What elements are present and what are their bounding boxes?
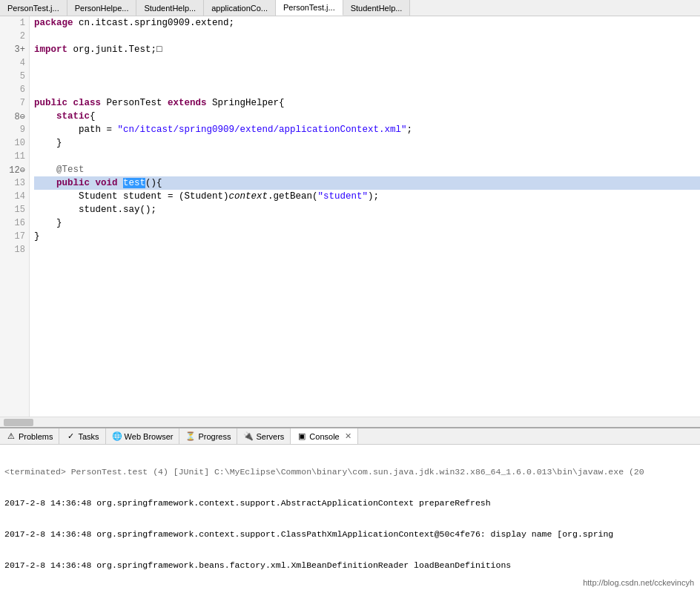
problems-icon: ⚠ <box>6 431 16 442</box>
code-line-15: student.say(); <box>34 203 700 216</box>
line-num-15: 15 <box>0 203 29 216</box>
tab-studenthelper-2[interactable]: StudentHelp... <box>343 0 411 16</box>
tab-web-browser[interactable]: 🌐 Web Browser <box>106 428 180 444</box>
code-line-2 <box>34 30 700 43</box>
tab-label: PersonTest.j... <box>7 4 59 13</box>
code-line-16: } <box>34 216 700 230</box>
tab-persontest-2[interactable]: PersonTest.j... <box>276 0 343 16</box>
code-line-3: import org.junit.Test;□ <box>34 43 700 56</box>
line-num-18: 18 <box>0 243 29 256</box>
line-num-7: 7 <box>0 96 29 110</box>
line-num-16: 16 <box>0 216 29 230</box>
code-line-9: path = "cn/itcast/spring0909/extend/appl… <box>34 123 700 136</box>
bottom-panel: ⚠ Problems ✓ Tasks 🌐 Web Browser ⏳ Progr… <box>0 427 700 590</box>
tab-label: StudentHelp... <box>351 4 403 13</box>
line-num-17: 17 <box>0 230 29 243</box>
tab-applicationcontext[interactable]: applicationCo... <box>204 0 276 16</box>
line-num-5: 5 <box>0 70 29 83</box>
line-num-3: 3+ <box>0 43 29 56</box>
console-icon: ▣ <box>297 431 307 442</box>
code-line-7: public class PersonTest extends SpringHe… <box>34 96 700 110</box>
line-num-10: 10 <box>0 136 29 150</box>
code-line-10: } <box>34 136 700 150</box>
line-num-1: 1 <box>0 16 29 30</box>
line-num-12: 12⊖ <box>0 163 29 176</box>
code-line-12: @Test <box>34 163 700 176</box>
code-line-11 <box>34 150 700 163</box>
console-terminated-line: <terminated> PersonTest.test (4) [JUnit]… <box>4 465 696 477</box>
line-num-4: 4 <box>0 56 29 70</box>
browser-icon: 🌐 <box>112 431 122 442</box>
code-line-17: } <box>34 230 700 243</box>
tab-label: PersonTest.j... <box>283 3 335 12</box>
code-line-13: public void test(){ <box>34 176 700 190</box>
tab-console-label: Console <box>309 432 339 441</box>
tab-progress-label: Progress <box>198 432 231 441</box>
tab-label: StudentHelp... <box>144 4 196 13</box>
line-numbers: 1 2 3+ 4 5 6 7 8⊖ 9 10 11 12⊖ 13 14 15 1… <box>0 16 30 417</box>
line-num-9: 9 <box>0 123 29 136</box>
console-wrapper: <terminated> PersonTest.test (4) [JUnit]… <box>0 445 700 590</box>
line-num-14: 14 <box>0 190 29 203</box>
tab-personhelper[interactable]: PersonHelpe... <box>67 0 137 16</box>
tasks-icon: ✓ <box>65 431 76 442</box>
tab-label: PersonHelpe... <box>75 4 129 13</box>
code-line-5 <box>34 70 700 83</box>
tab-servers[interactable]: 🔌 Servers <box>237 428 291 444</box>
progress-icon: ⏳ <box>185 431 196 442</box>
terminated-label: <terminated> PersonTest.test (4) [JUnit]… <box>4 467 644 477</box>
scrollbar-thumb[interactable] <box>4 419 33 426</box>
code-line-6 <box>34 83 700 96</box>
console-output[interactable]: <terminated> PersonTest.test (4) [JUnit]… <box>0 445 700 590</box>
horizontal-scrollbar[interactable] <box>0 417 700 427</box>
line-num-13: 13 <box>0 176 29 190</box>
tab-problems-label: Problems <box>19 432 53 441</box>
code-line-8: static{ <box>34 110 700 123</box>
tab-persontest-1[interactable]: PersonTest.j... <box>0 0 67 16</box>
tab-browser-label: Web Browser <box>125 432 174 441</box>
console-line-3: 2017-2-8 14:36:48 org.springframework.be… <box>4 559 696 571</box>
line-num-6: 6 <box>0 83 29 96</box>
tab-label: applicationCo... <box>211 4 268 13</box>
tab-progress[interactable]: ⏳ Progress <box>179 428 237 444</box>
tab-console[interactable]: ▣ Console ✕ <box>291 428 357 444</box>
code-line-1: package cn.itcast.spring0909.extend; <box>34 16 700 30</box>
keyword-package: package <box>34 18 79 28</box>
tab-tasks[interactable]: ✓ Tasks <box>59 428 105 444</box>
code-line-4 <box>34 56 700 70</box>
line-num-8: 8⊖ <box>0 110 29 123</box>
tab-servers-label: Servers <box>256 432 284 441</box>
tab-studenthelper[interactable]: StudentHelp... <box>136 0 204 16</box>
line-num-11: 11 <box>0 150 29 163</box>
servers-icon: 🔌 <box>243 431 254 442</box>
console-line-2: 2017-2-8 14:36:48 org.springframework.co… <box>4 528 696 540</box>
code-line-18 <box>34 243 700 256</box>
console-line-1: 2017-2-8 14:36:48 org.springframework.co… <box>4 497 696 508</box>
console-close[interactable]: ✕ <box>345 431 351 441</box>
bottom-tab-bar: ⚠ Problems ✓ Tasks 🌐 Web Browser ⏳ Progr… <box>0 428 700 445</box>
editor-tab-bar: PersonTest.j... PersonHelpe... StudentHe… <box>0 0 700 16</box>
tab-tasks-label: Tasks <box>78 432 99 441</box>
code-editor: 1 2 3+ 4 5 6 7 8⊖ 9 10 11 12⊖ 13 14 15 1… <box>0 16 700 417</box>
watermark: http://blog.csdn.net/cckevincyh <box>583 578 694 587</box>
code-text-area[interactable]: package cn.itcast.spring0909.extend; imp… <box>30 16 700 417</box>
tab-problems[interactable]: ⚠ Problems <box>0 428 59 444</box>
code-line-14: Student student = (Student)context.getBe… <box>34 190 700 203</box>
line-num-2: 2 <box>0 30 29 43</box>
